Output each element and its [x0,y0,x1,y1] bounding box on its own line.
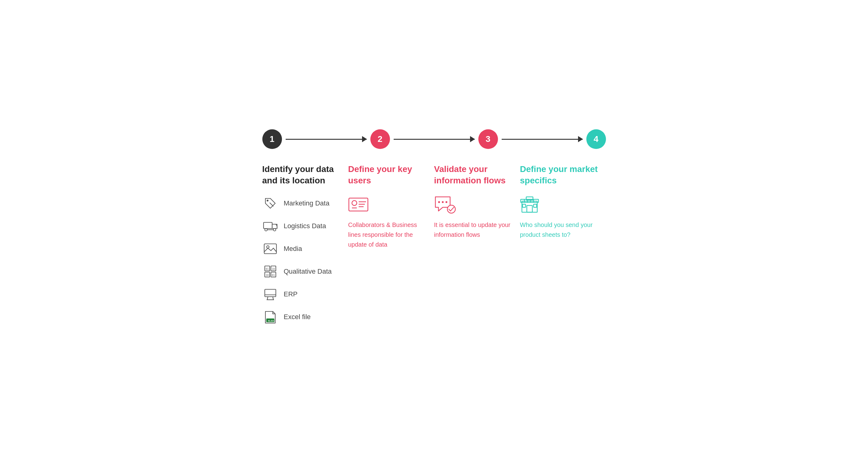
truck-icon [262,218,278,234]
col4-icon-area [520,195,600,214]
svg-rect-36 [523,204,526,207]
svg-text:10: 10 [266,274,269,277]
data-icon: 01 10 10 01 [262,263,278,280]
col3-body: It is essential to update your informati… [434,220,514,239]
store-icon [520,196,539,213]
svg-point-24 [352,201,357,205]
svg-point-4 [273,229,276,231]
main-container: 1 2 3 4 Identify your data and its locat… [250,111,618,350]
svg-rect-33 [522,201,537,212]
excel-label: Excel file [284,313,311,321]
col2-title: Define your key users [348,164,428,186]
arrow-3 [502,139,583,140]
list-item-media: Media [262,241,342,257]
svg-point-29 [438,201,440,203]
svg-point-0 [267,200,269,201]
col4-title: Define your market specifics [520,164,600,186]
col4-body: Who should you send your product sheets … [520,220,600,239]
list-item-logistics: Logistics Data [262,218,342,234]
erp-icon [262,286,278,302]
svg-text:01: 01 [272,274,275,277]
col3-icon-area [434,195,514,214]
qualitative-data-label: Qualitative Data [284,267,332,276]
col3-title: Validate your information flows [434,164,514,186]
list-item-excel: XLSX Excel file [262,309,342,325]
list-item-marketing: Marketing Data [262,195,342,211]
svg-rect-16 [265,289,276,297]
image-icon [262,241,278,257]
svg-rect-23 [349,198,368,211]
excel-icon: XLSX [262,309,278,325]
column-4: Define your market specifics [520,164,606,332]
col2-body: Collaborators & Business lines responsib… [348,220,428,250]
tag-icon [262,195,278,211]
svg-point-31 [445,201,447,203]
col2-icon-area [348,195,428,214]
svg-point-30 [442,201,444,203]
list-item-qualitative: 01 10 10 01 Qualitative Data [262,263,342,280]
media-label: Media [284,245,302,253]
svg-rect-35 [527,205,532,212]
marketing-data-label: Marketing Data [284,199,330,207]
erp-label: ERP [284,290,298,298]
svg-line-17 [267,297,268,300]
col1-title: Identify your data and its location [262,164,342,186]
svg-rect-37 [533,204,537,207]
svg-point-7 [267,246,269,248]
list-item-erp: ERP [262,286,342,302]
data-list: Marketing Data Logi [262,195,342,325]
steps-header: 1 2 3 4 [262,129,606,149]
column-2: Define your key users Collaborators & Bu… [348,164,434,332]
step-4-circle: 4 [586,129,606,149]
svg-text:XLSX: XLSX [268,319,274,322]
id-card-icon [348,196,369,213]
svg-line-18 [273,297,273,300]
arrow-2 [394,139,475,140]
svg-text:01: 01 [266,268,269,270]
svg-point-3 [265,229,267,231]
svg-rect-6 [264,244,276,254]
logistics-data-label: Logistics Data [284,222,326,230]
svg-line-1 [270,203,273,206]
svg-rect-2 [264,222,272,229]
column-1: Identify your data and its location Mark… [262,164,348,332]
step-1-circle: 1 [262,129,282,149]
column-3: Validate your information flows It is es… [434,164,520,332]
content-row: Identify your data and its location Mark… [262,164,606,332]
arrow-1 [286,139,367,140]
svg-text:10: 10 [272,268,275,270]
chat-check-icon [434,196,456,213]
step-3-circle: 3 [478,129,498,149]
step-2-circle: 2 [370,129,390,149]
